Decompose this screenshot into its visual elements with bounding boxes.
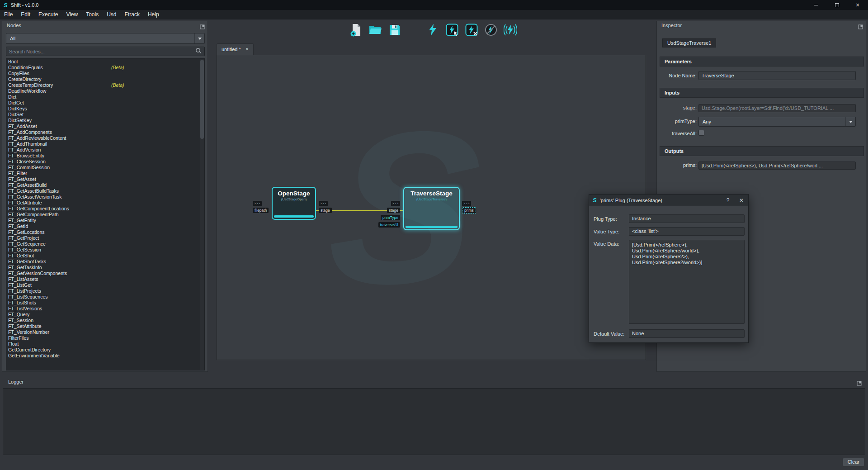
titlebar[interactable]: S Shift - v1.0.0 ✕ [0, 0, 868, 10]
graph-tab-untitled[interactable]: untitled * ✕ [217, 43, 254, 55]
list-item[interactable]: DeadlineWorkflow [6, 88, 204, 94]
list-item[interactable]: FT_GetComponentPath [6, 212, 204, 218]
menu-tools[interactable]: Tools [82, 10, 103, 19]
list-item[interactable]: FT_AddThumbnail [6, 141, 204, 147]
list-item[interactable]: FT_GetAsset [6, 176, 204, 182]
list-item[interactable]: CreateTempDirectory (Beta) [6, 82, 204, 88]
list-item[interactable]: FT_Query [6, 312, 204, 318]
list-item[interactable]: FT_SetAttribute [6, 323, 204, 329]
dialog-help-button[interactable]: ? [721, 197, 735, 204]
list-item[interactable]: FT_GetProject [6, 235, 204, 241]
list-item[interactable]: FT_GetShot [6, 253, 204, 259]
save-scene-icon[interactable] [388, 23, 401, 37]
traverseall-checkbox[interactable] [698, 130, 704, 136]
menu-file[interactable]: File [0, 10, 17, 19]
close-button[interactable]: ✕ [847, 0, 868, 10]
menu-ftrack[interactable]: Ftrack [121, 10, 144, 19]
list-item[interactable]: FilterFiles [6, 335, 204, 341]
list-item[interactable]: FT_GetComponentLocations [6, 206, 204, 212]
list-item[interactable]: GetCurrentDirectory [6, 347, 204, 353]
default-value-field[interactable]: None [629, 329, 745, 338]
list-item[interactable]: FT_Session [6, 318, 204, 323]
plug-type-field[interactable]: Instance [629, 214, 745, 223]
logger-output[interactable] [3, 388, 865, 455]
stage-value-field[interactable]: Usd.Stage.Open(rootLayer=Sdf.Find('d:/US… [698, 104, 856, 112]
port-primtype-input[interactable]: primType [381, 215, 400, 220]
list-item[interactable]: Float [6, 341, 204, 347]
list-item[interactable]: FT_CommitSession [6, 165, 204, 171]
list-item[interactable]: FT_GetAssetBuildTasks [6, 188, 204, 194]
list-item[interactable]: DictKeys [6, 106, 204, 112]
node-graph-canvas[interactable]: S OpenStage (UsdStageOpen) TraverseStage… [217, 55, 646, 360]
list-item[interactable]: FT_GetLocations [6, 229, 204, 235]
execute-selected-icon[interactable] [445, 23, 459, 37]
menu-help[interactable]: Help [144, 10, 163, 19]
list-item[interactable]: Dict [6, 94, 204, 100]
menu-execute[interactable]: Execute [34, 10, 62, 19]
list-item[interactable]: FT_CloseSession [6, 159, 204, 165]
undock-icon[interactable] [200, 23, 205, 28]
list-item[interactable]: FT_GetAttribute [6, 200, 204, 206]
list-item[interactable]: FT_AddVersion [6, 147, 204, 153]
list-item[interactable]: FT_ListSequences [6, 294, 204, 300]
list-item[interactable]: FT_GetEntity [6, 218, 204, 223]
list-item[interactable]: FT_ListGet [6, 282, 204, 288]
port-traverseall-input[interactable]: traverseAll [378, 222, 400, 228]
port-prims-output[interactable]: prims [462, 207, 476, 214]
port-filepath-input[interactable]: filepath [253, 208, 269, 213]
list-item[interactable]: GetEnvironmentVariable [6, 353, 204, 359]
list-item[interactable]: DictSet [6, 112, 204, 118]
search-input[interactable] [6, 49, 195, 54]
scrollbar-track[interactable] [200, 59, 204, 370]
clear-log-button[interactable]: Clear [843, 458, 864, 466]
list-item[interactable]: FT_ListShots [6, 300, 204, 306]
list-item[interactable]: FT_GetShotTasks [6, 259, 204, 265]
list-item[interactable]: FT_VersionNumber [6, 329, 204, 335]
list-item[interactable]: DictSetKey [6, 118, 204, 123]
node-name-field[interactable] [698, 71, 856, 80]
dialog-titlebar[interactable]: S 'prims' Plug (TraverseStage) ? ✕ [589, 195, 748, 206]
list-item[interactable]: FT_GetId [6, 223, 204, 229]
value-type-field[interactable]: <class 'list'> [629, 227, 745, 236]
list-item[interactable]: FT_AddAsset [6, 123, 204, 129]
open-scene-icon[interactable] [368, 23, 382, 37]
list-item[interactable]: FT_BrowseEntity [6, 153, 204, 159]
primtype-dropdown[interactable]: Any [698, 117, 856, 127]
port-stage-output[interactable]: stage [319, 208, 332, 213]
list-item[interactable]: FT_AddReviewableContent [6, 135, 204, 141]
menu-view[interactable]: View [62, 10, 82, 19]
execute-cancel-icon[interactable] [465, 23, 478, 37]
undock-icon[interactable] [857, 380, 862, 385]
maximize-button[interactable] [826, 0, 847, 10]
list-item[interactable]: FT_GetTaskInfo [6, 265, 204, 271]
node-traversestage[interactable]: TraverseStage (UsdStageTraverse) [403, 187, 460, 230]
list-item[interactable]: FT_GetSession [6, 247, 204, 253]
list-item[interactable]: CreateDirectory [6, 76, 204, 82]
list-item[interactable]: FT_ListAssets [6, 276, 204, 282]
list-item[interactable]: FT_GetAssetVersionTask [6, 194, 204, 200]
dialog-close-button[interactable]: ✕ [735, 197, 748, 204]
live-execute-icon[interactable] [504, 23, 517, 37]
list-item[interactable]: FT_GetVersionComponents [6, 271, 204, 276]
list-item[interactable]: FT_Filter [6, 171, 204, 176]
scrollbar-thumb[interactable] [200, 60, 204, 139]
new-scene-icon[interactable] [349, 23, 363, 37]
node-filter-dropdown[interactable]: All [6, 33, 205, 44]
menu-usd[interactable]: Usd [103, 10, 120, 19]
list-item[interactable]: Bool [6, 59, 204, 65]
list-item[interactable]: FT_GetAssetBuild [6, 182, 204, 188]
node-openstage[interactable]: OpenStage (UsdStageOpen) [272, 187, 316, 220]
execute-icon[interactable] [426, 23, 439, 37]
list-item[interactable]: FT_AddComponents [6, 129, 204, 135]
list-item[interactable]: CopyFiles [6, 71, 204, 76]
value-data-field[interactable]: [Usd.Prim(</refSphere>), Usd.Prim(</refS… [629, 240, 745, 324]
prims-value-field[interactable]: [Usd.Prim(</refSphere>), Usd.Prim(</refS… [698, 161, 856, 170]
undock-icon[interactable] [858, 23, 863, 28]
list-item[interactable]: FT_ListVersions [6, 306, 204, 312]
minimize-button[interactable] [806, 0, 826, 10]
list-item[interactable]: ConditionEquals (Beta) [6, 65, 204, 71]
tab-close-icon[interactable]: ✕ [245, 47, 249, 52]
list-item[interactable]: FT_ListProjects [6, 288, 204, 294]
port-stage-input[interactable]: stage [387, 208, 400, 213]
list-item[interactable]: FT_GetSequence [6, 241, 204, 247]
